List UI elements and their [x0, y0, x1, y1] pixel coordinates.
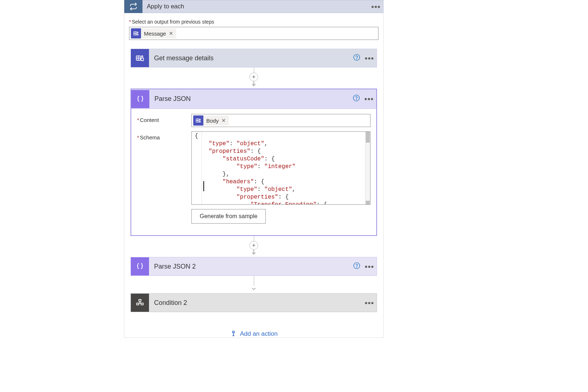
insert-step-button[interactable]: + — [249, 73, 258, 81]
insert-step-button[interactable]: + — [249, 241, 258, 250]
svg-rect-14 — [137, 303, 139, 305]
select-output-input[interactable]: Message ✕ — [129, 27, 378, 40]
connector — [131, 276, 377, 293]
loop-icon — [124, 0, 142, 13]
teams-icon — [193, 115, 203, 126]
get-message-details-card[interactable]: Get message details ••• — [131, 49, 377, 68]
more-icon[interactable]: ••• — [362, 97, 376, 101]
svg-point-8 — [356, 99, 357, 100]
remove-token-icon[interactable]: ✕ — [221, 118, 226, 123]
teams-icon — [131, 28, 141, 38]
svg-point-7 — [353, 95, 360, 101]
content-label: *Content — [137, 114, 191, 123]
arrow-down-icon — [250, 81, 257, 89]
schema-textarea[interactable]: { "type": "object", "properties": { "sta… — [191, 131, 370, 205]
content-input[interactable]: Body ✕ — [191, 114, 370, 127]
connector: + — [131, 236, 377, 257]
more-icon[interactable]: ••• — [362, 56, 377, 60]
token-label: Body — [206, 118, 219, 124]
svg-point-11 — [354, 262, 360, 269]
more-icon[interactable]: ••• — [369, 5, 383, 9]
body-token[interactable]: Body ✕ — [193, 115, 229, 126]
svg-rect-4 — [141, 58, 144, 61]
scrollbar-thumb[interactable] — [366, 132, 370, 143]
apply-to-each-header[interactable]: Apply to each ••• — [124, 0, 384, 13]
svg-rect-13 — [139, 299, 141, 301]
add-action-button[interactable]: Add an action — [131, 330, 377, 338]
condition-icon — [131, 294, 149, 312]
add-action-label: Add an action — [240, 330, 278, 338]
teams-icon — [131, 49, 149, 67]
token-label: Message — [144, 30, 166, 37]
more-icon[interactable]: ••• — [362, 301, 377, 305]
help-icon[interactable] — [351, 94, 362, 103]
generate-from-sample-button[interactable]: Generate from sample — [191, 209, 266, 224]
connector: + — [131, 68, 377, 89]
schema-code: { "type": "object", "properties": { "sta… — [192, 132, 365, 205]
svg-point-5 — [354, 54, 360, 60]
scrollbar[interactable] — [365, 132, 370, 204]
remove-token-icon[interactable]: ✕ — [169, 31, 173, 36]
action-title: Parse JSON — [149, 95, 351, 103]
action-title: Get message details — [149, 54, 351, 62]
json-icon — [131, 257, 149, 275]
condition-2-card[interactable]: Condition 2 ••• — [131, 293, 377, 312]
schema-label: *Schema — [137, 131, 191, 140]
help-icon[interactable] — [351, 262, 362, 271]
scrollbar-thumb[interactable] — [366, 201, 370, 204]
svg-point-12 — [357, 267, 357, 267]
help-icon[interactable] — [351, 54, 362, 63]
more-icon[interactable]: ••• — [362, 265, 377, 269]
parse-json-2-card[interactable]: Parse JSON 2 ••• — [131, 257, 377, 276]
select-output-label: *Select an output from previous steps — [129, 19, 378, 25]
svg-point-6 — [357, 58, 357, 59]
svg-point-1 — [137, 32, 138, 33]
apply-to-each-body: *Select an output from previous steps Me… — [124, 13, 384, 338]
arrow-down-icon — [250, 285, 257, 293]
apply-to-each-title: Apply to each — [142, 3, 369, 10]
message-token[interactable]: Message ✕ — [131, 28, 176, 38]
parse-json-card: Parse JSON ••• *Content — [131, 89, 377, 236]
svg-point-10 — [199, 119, 200, 120]
action-title: Condition 2 — [149, 299, 362, 307]
arrow-down-icon — [250, 249, 257, 257]
json-icon — [131, 90, 149, 108]
svg-rect-15 — [141, 303, 143, 305]
svg-point-3 — [141, 56, 143, 57]
parse-json-header[interactable]: Parse JSON ••• — [131, 89, 376, 109]
svg-rect-16 — [233, 331, 235, 333]
action-title: Parse JSON 2 — [149, 263, 351, 270]
